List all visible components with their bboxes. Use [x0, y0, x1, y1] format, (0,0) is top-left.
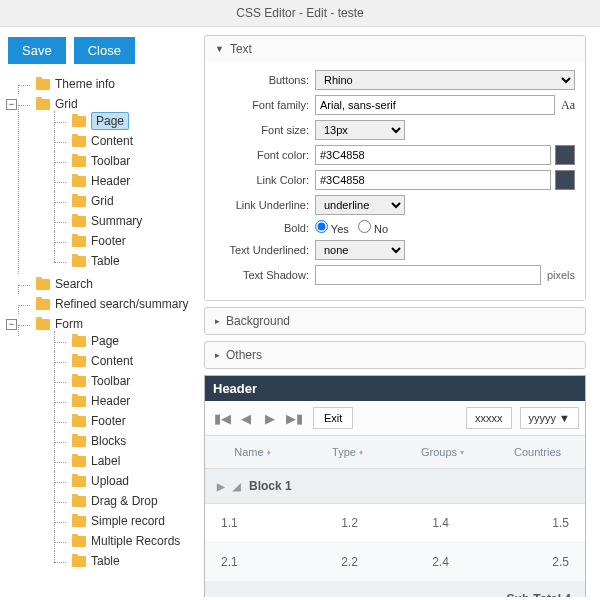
sort-icon: ♦ [359, 448, 363, 457]
background-panel: ▸Background [204, 307, 586, 335]
folder-icon [36, 319, 50, 330]
fontsize-label: Font size: [215, 124, 315, 136]
folder-icon [72, 376, 86, 387]
tree-grid-grid[interactable]: Grid [91, 194, 114, 208]
tree-search[interactable]: Search [55, 277, 93, 291]
folder-icon [72, 176, 86, 187]
folder-icon [72, 556, 86, 567]
background-panel-header[interactable]: ▸Background [205, 308, 585, 334]
fontfamily-label: Font family: [215, 99, 315, 111]
chevron-right-icon: ▸ [215, 350, 220, 360]
tree-form-header[interactable]: Header [91, 394, 130, 408]
exit-button[interactable]: Exit [313, 407, 353, 429]
folder-icon [72, 196, 86, 207]
tree-form[interactable]: Form [55, 317, 83, 331]
others-panel-header[interactable]: ▸Others [205, 342, 585, 368]
chevron-down-icon: ▼ [559, 412, 570, 424]
tree-grid[interactable]: Grid [55, 97, 78, 111]
fontcolor-swatch[interactable] [555, 145, 575, 165]
chevron-down-icon: ▾ [460, 448, 464, 457]
buttons-select[interactable]: Rhino [315, 70, 575, 90]
tree-grid-header[interactable]: Header [91, 174, 130, 188]
folder-icon [36, 279, 50, 290]
folder-icon [72, 396, 86, 407]
folder-icon [72, 136, 86, 147]
linkcolor-input[interactable] [315, 170, 551, 190]
chevron-right-icon: ▸ [215, 316, 220, 326]
bold-yes[interactable]: Yes [315, 223, 349, 235]
window-title: CSS Editor - Edit - teste [0, 0, 600, 27]
next-icon[interactable]: ▶ [259, 407, 281, 429]
fontfamily-input[interactable] [315, 95, 555, 115]
col-name[interactable]: Name♦ [205, 436, 300, 468]
col-groups[interactable]: Groups▾ [395, 436, 490, 468]
cell: 1.2 [304, 504, 395, 542]
text-panel-header[interactable]: ▼Text [205, 36, 585, 62]
bold-no[interactable]: No [358, 223, 388, 235]
close-button[interactable]: Close [74, 37, 135, 64]
cell: 2.1 [205, 543, 304, 581]
tree-grid-summary[interactable]: Summary [91, 214, 142, 228]
text-panel: ▼Text Buttons:Rhino Font family:Aa Font … [204, 35, 586, 301]
tree-form-toolbar[interactable]: Toolbar [91, 374, 130, 388]
textshadow-input[interactable] [315, 265, 541, 285]
pixels-label: pixels [547, 269, 575, 281]
preview-toolbar: ▮◀ ◀ ▶ ▶▮ Exit xxxxx yyyyy ▼ [205, 401, 585, 436]
tree-view: Theme info −Grid Page Content Toolbar He… [8, 74, 192, 574]
folder-icon [72, 536, 86, 547]
tree-form-label[interactable]: Label [91, 454, 120, 468]
folder-icon [72, 236, 86, 247]
col-countries[interactable]: Countries [490, 436, 585, 468]
background-panel-title: Background [226, 314, 290, 328]
font-preview-icon: Aa [561, 98, 575, 113]
tree-form-content[interactable]: Content [91, 354, 133, 368]
text-panel-title: Text [230, 42, 252, 56]
fontsize-select[interactable]: 13px [315, 120, 405, 140]
sort-icon: ♦ [267, 448, 271, 457]
textunderlined-select[interactable]: none [315, 240, 405, 260]
linkunderline-select[interactable]: underline [315, 195, 405, 215]
tree-grid-content[interactable]: Content [91, 134, 133, 148]
cell: 2.5 [486, 543, 585, 581]
others-panel-title: Others [226, 348, 262, 362]
tree-form-footer[interactable]: Footer [91, 414, 126, 428]
collapse-icon[interactable]: − [6, 99, 17, 110]
folder-icon [72, 516, 86, 527]
tree-refined[interactable]: Refined search/summary [55, 297, 188, 311]
last-icon[interactable]: ▶▮ [283, 407, 305, 429]
linkcolor-swatch[interactable] [555, 170, 575, 190]
fontcolor-input[interactable] [315, 145, 551, 165]
folder-icon [72, 156, 86, 167]
tree-grid-toolbar[interactable]: Toolbar [91, 154, 130, 168]
save-button[interactable]: Save [8, 37, 66, 64]
fontcolor-label: Font color: [215, 149, 315, 161]
bold-label: Bold: [215, 222, 315, 234]
tree-grid-table[interactable]: Table [91, 254, 120, 268]
folder-icon [72, 356, 86, 367]
preview-select-x[interactable]: xxxxx [466, 407, 512, 429]
buttons-label: Buttons: [215, 74, 315, 86]
tree-form-blocks[interactable]: Blocks [91, 434, 126, 448]
textshadow-label: Text Shadow: [215, 269, 315, 281]
tree-form-page[interactable]: Page [91, 334, 119, 348]
tree-grid-page[interactable]: Page [91, 112, 129, 130]
tree-theme-info[interactable]: Theme info [55, 77, 115, 91]
cell: 2.4 [395, 543, 486, 581]
tree-form-simple[interactable]: Simple record [91, 514, 165, 528]
chevron-down-icon: ▼ [215, 44, 224, 54]
first-icon[interactable]: ▮◀ [211, 407, 233, 429]
tree-form-multiple[interactable]: Multiple Records [91, 534, 180, 548]
col-type[interactable]: Type♦ [300, 436, 395, 468]
tree-form-dragdrop[interactable]: Drag & Drop [91, 494, 158, 508]
tree-grid-footer[interactable]: Footer [91, 234, 126, 248]
block-row[interactable]: ▶◢Block 1 [205, 469, 585, 504]
tree-form-table[interactable]: Table [91, 554, 120, 568]
tree-form-upload[interactable]: Upload [91, 474, 129, 488]
preview-header: Header [205, 376, 585, 401]
preview-select-y[interactable]: yyyyy ▼ [520, 407, 579, 429]
prev-icon[interactable]: ◀ [235, 407, 257, 429]
folder-icon [36, 99, 50, 110]
collapse-icon[interactable]: − [6, 319, 17, 330]
folder-icon [72, 216, 86, 227]
linkcolor-label: Link Color: [215, 174, 315, 186]
